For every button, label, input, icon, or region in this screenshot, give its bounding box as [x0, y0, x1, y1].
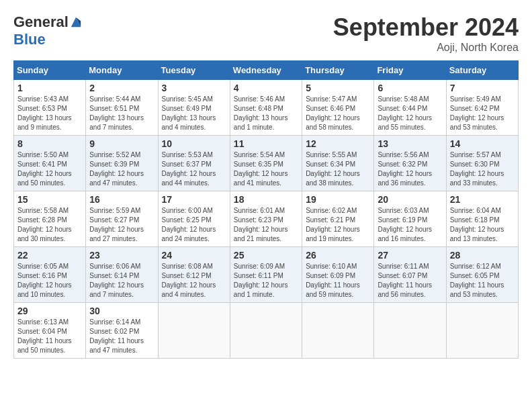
day-info: Sunrise: 5:53 AMSunset: 6:37 PMDaylight:…: [162, 150, 226, 188]
day-info: Sunrise: 5:52 AMSunset: 6:39 PMDaylight:…: [89, 150, 154, 188]
day-number: 15: [17, 194, 82, 205]
header-wednesday: Wednesday: [230, 61, 302, 80]
header-saturday: Saturday: [446, 61, 518, 80]
calendar-cell: 25Sunrise: 6:09 AMSunset: 6:11 PMDayligh…: [230, 247, 302, 303]
calendar-cell: 11Sunrise: 5:54 AMSunset: 6:35 PMDayligh…: [230, 136, 302, 191]
location-text: Aoji, North Korea: [333, 42, 519, 54]
calendar-cell: 5Sunrise: 5:47 AMSunset: 6:46 PMDaylight…: [302, 80, 374, 136]
header-monday: Monday: [86, 61, 158, 80]
calendar-cell: 3Sunrise: 5:45 AMSunset: 6:49 PMDaylight…: [158, 80, 230, 136]
calendar-week-row: 22Sunrise: 6:05 AMSunset: 6:16 PMDayligh…: [14, 247, 519, 303]
day-info: Sunrise: 6:13 AMSunset: 6:04 PMDaylight:…: [17, 318, 82, 355]
header-tuesday: Tuesday: [158, 61, 230, 80]
calendar-week-row: 8Sunrise: 5:50 AMSunset: 6:41 PMDaylight…: [14, 136, 519, 191]
header-thursday: Thursday: [302, 61, 374, 80]
day-info: Sunrise: 6:11 AMSunset: 6:07 PMDaylight:…: [378, 262, 442, 300]
calendar-cell: 28Sunrise: 6:12 AMSunset: 6:05 PMDayligh…: [446, 247, 518, 303]
calendar-cell: 4Sunrise: 5:46 AMSunset: 6:48 PMDaylight…: [230, 80, 302, 136]
day-number: 3: [162, 83, 226, 93]
calendar-cell: 7Sunrise: 5:49 AMSunset: 6:42 PMDaylight…: [446, 80, 518, 136]
calendar-cell: 15Sunrise: 5:58 AMSunset: 6:28 PMDayligh…: [14, 191, 86, 247]
header-sunday: Sunday: [14, 61, 86, 80]
calendar-cell: 18Sunrise: 6:01 AMSunset: 6:23 PMDayligh…: [230, 191, 302, 247]
calendar-week-row: 15Sunrise: 5:58 AMSunset: 6:28 PMDayligh…: [14, 191, 519, 247]
title-section: September 2024 Aoji, North Korea: [333, 13, 519, 54]
calendar-cell: [374, 303, 446, 359]
day-number: 9: [89, 138, 154, 149]
calendar-cell: 20Sunrise: 6:03 AMSunset: 6:19 PMDayligh…: [374, 191, 446, 247]
day-number: 21: [450, 194, 515, 205]
day-info: Sunrise: 5:46 AMSunset: 6:48 PMDaylight:…: [234, 95, 298, 132]
day-info: Sunrise: 6:04 AMSunset: 6:18 PMDaylight:…: [450, 206, 515, 244]
day-info: Sunrise: 6:12 AMSunset: 6:05 PMDaylight:…: [450, 262, 515, 300]
day-number: 22: [17, 250, 82, 261]
logo-general-text: General: [13, 13, 69, 31]
calendar-cell: 23Sunrise: 6:06 AMSunset: 6:14 PMDayligh…: [86, 247, 158, 303]
day-number: 27: [378, 250, 442, 261]
calendar-header-row: SundayMondayTuesdayWednesdayThursdayFrid…: [14, 61, 519, 80]
day-info: Sunrise: 6:06 AMSunset: 6:14 PMDaylight:…: [89, 262, 154, 300]
calendar-cell: [446, 303, 518, 359]
day-info: Sunrise: 5:58 AMSunset: 6:28 PMDaylight:…: [17, 206, 82, 244]
month-title: September 2024: [333, 13, 519, 42]
calendar-cell: 6Sunrise: 5:48 AMSunset: 6:44 PMDaylight…: [374, 80, 446, 136]
logo-icon: [70, 16, 82, 28]
calendar-cell: 16Sunrise: 5:59 AMSunset: 6:27 PMDayligh…: [86, 191, 158, 247]
calendar-cell: 27Sunrise: 6:11 AMSunset: 6:07 PMDayligh…: [374, 247, 446, 303]
day-info: Sunrise: 5:59 AMSunset: 6:27 PMDaylight:…: [89, 206, 154, 244]
page-header: General Blue September 2024 Aoji, North …: [13, 13, 519, 54]
calendar-cell: 8Sunrise: 5:50 AMSunset: 6:41 PMDaylight…: [14, 136, 86, 191]
day-number: 16: [89, 194, 154, 205]
logo: General Blue: [13, 13, 82, 48]
day-info: Sunrise: 6:00 AMSunset: 6:25 PMDaylight:…: [162, 206, 226, 244]
day-number: 30: [89, 306, 154, 316]
day-info: Sunrise: 5:50 AMSunset: 6:41 PMDaylight:…: [17, 150, 82, 188]
day-info: Sunrise: 5:48 AMSunset: 6:44 PMDaylight:…: [378, 95, 442, 132]
calendar-cell: [302, 303, 374, 359]
day-number: 12: [306, 138, 370, 149]
day-info: Sunrise: 5:43 AMSunset: 6:53 PMDaylight:…: [17, 95, 82, 132]
day-info: Sunrise: 5:55 AMSunset: 6:34 PMDaylight:…: [306, 150, 370, 188]
calendar-cell: 21Sunrise: 6:04 AMSunset: 6:18 PMDayligh…: [446, 191, 518, 247]
day-info: Sunrise: 5:54 AMSunset: 6:35 PMDaylight:…: [234, 150, 298, 188]
calendar-cell: 26Sunrise: 6:10 AMSunset: 6:09 PMDayligh…: [302, 247, 374, 303]
day-info: Sunrise: 6:10 AMSunset: 6:09 PMDaylight:…: [306, 262, 370, 300]
calendar-cell: 12Sunrise: 5:55 AMSunset: 6:34 PMDayligh…: [302, 136, 374, 191]
calendar-cell: 9Sunrise: 5:52 AMSunset: 6:39 PMDaylight…: [86, 136, 158, 191]
day-number: 13: [378, 138, 442, 149]
day-info: Sunrise: 6:03 AMSunset: 6:19 PMDaylight:…: [378, 206, 442, 244]
logo-blue-text: Blue: [13, 31, 46, 48]
day-number: 4: [234, 83, 298, 93]
calendar-cell: 22Sunrise: 6:05 AMSunset: 6:16 PMDayligh…: [14, 247, 86, 303]
day-info: Sunrise: 5:47 AMSunset: 6:46 PMDaylight:…: [306, 95, 370, 132]
day-number: 10: [162, 138, 226, 149]
calendar-cell: 10Sunrise: 5:53 AMSunset: 6:37 PMDayligh…: [158, 136, 230, 191]
day-info: Sunrise: 5:45 AMSunset: 6:49 PMDaylight:…: [162, 95, 226, 132]
day-number: 5: [306, 83, 370, 93]
calendar-week-row: 1Sunrise: 5:43 AMSunset: 6:53 PMDaylight…: [14, 80, 519, 136]
calendar-cell: 17Sunrise: 6:00 AMSunset: 6:25 PMDayligh…: [158, 191, 230, 247]
day-number: 11: [234, 138, 298, 149]
day-number: 17: [162, 194, 226, 205]
calendar-table: SundayMondayTuesdayWednesdayThursdayFrid…: [13, 60, 519, 359]
calendar-cell: 2Sunrise: 5:44 AMSunset: 6:51 PMDaylight…: [86, 80, 158, 136]
calendar-week-row: 29Sunrise: 6:13 AMSunset: 6:04 PMDayligh…: [14, 303, 519, 359]
calendar-cell: 24Sunrise: 6:08 AMSunset: 6:12 PMDayligh…: [158, 247, 230, 303]
day-number: 23: [89, 250, 154, 261]
header-friday: Friday: [374, 61, 446, 80]
day-number: 25: [234, 250, 298, 261]
day-number: 29: [17, 306, 82, 316]
calendar-cell: 29Sunrise: 6:13 AMSunset: 6:04 PMDayligh…: [14, 303, 86, 359]
day-info: Sunrise: 5:56 AMSunset: 6:32 PMDaylight:…: [378, 150, 442, 188]
day-number: 19: [306, 194, 370, 205]
calendar-cell: 19Sunrise: 6:02 AMSunset: 6:21 PMDayligh…: [302, 191, 374, 247]
day-info: Sunrise: 6:14 AMSunset: 6:02 PMDaylight:…: [89, 318, 154, 355]
day-number: 14: [450, 138, 515, 149]
day-number: 24: [162, 250, 226, 261]
calendar-cell: 14Sunrise: 5:57 AMSunset: 6:30 PMDayligh…: [446, 136, 518, 191]
calendar-cell: [230, 303, 302, 359]
day-info: Sunrise: 6:02 AMSunset: 6:21 PMDaylight:…: [306, 206, 370, 244]
day-info: Sunrise: 6:09 AMSunset: 6:11 PMDaylight:…: [234, 262, 298, 300]
day-number: 7: [450, 83, 515, 93]
day-number: 28: [450, 250, 515, 261]
